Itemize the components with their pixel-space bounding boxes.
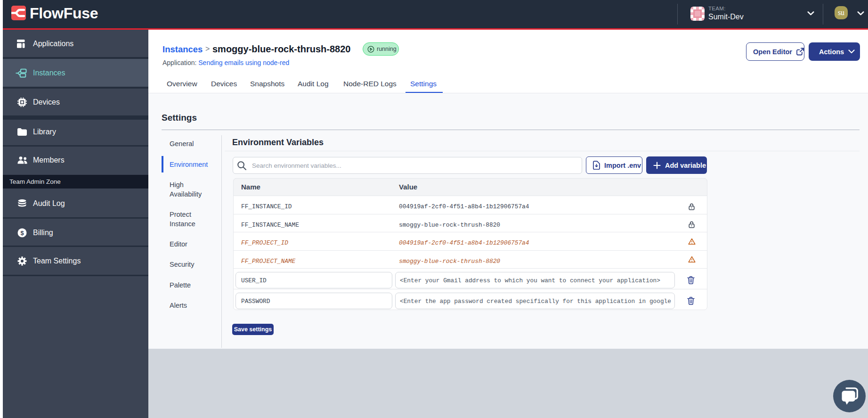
svg-text:$: $	[20, 229, 24, 236]
